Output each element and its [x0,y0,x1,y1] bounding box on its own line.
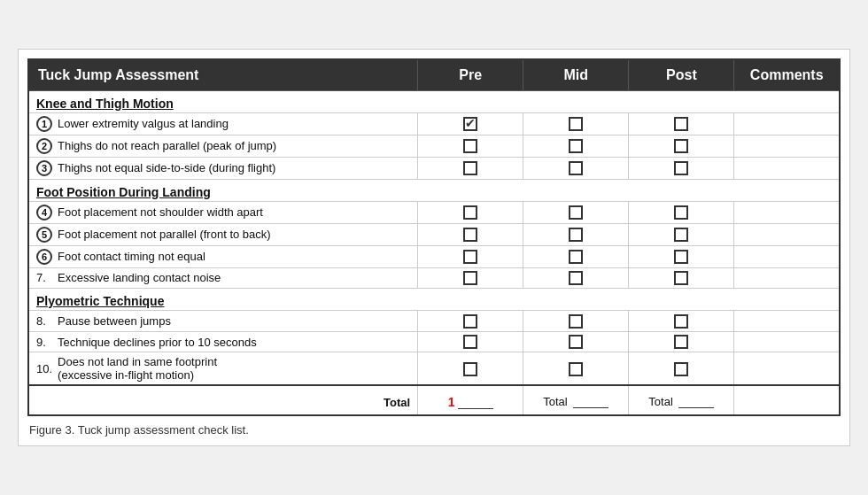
checkbox-pre-10[interactable] [418,352,523,386]
checkbox-mid-7[interactable] [523,267,629,289]
item-text-9: Technique declines prior to 10 seconds [58,336,257,349]
header-comments: Comments [734,59,840,91]
item-label-7: 7.Excessive landing contact noise [28,267,418,289]
item-label-6: 6Foot contact timing not equal [28,245,418,267]
checkbox-mid-2[interactable] [523,135,629,157]
total-row: Total1Total Total [28,385,840,415]
item-label-1: 1Lower extremity valgus at landing [28,112,418,135]
plain-num-9: 9. [36,336,52,349]
checkbox-icon-post-2 [674,139,688,153]
item-label-9: 9.Technique declines prior to 10 seconds [28,331,418,352]
total-comments [734,385,840,415]
checkbox-post-7[interactable] [629,267,734,289]
checkbox-mid-9[interactable] [523,331,629,352]
checkbox-pre-4[interactable] [418,201,523,223]
checkbox-icon-mid-5 [569,228,583,242]
table-row: 6Foot contact timing not equal [28,245,840,267]
item-text-4: Foot placement not shoulder width apart [58,205,263,219]
checkbox-pre-8[interactable] [418,311,523,332]
checkbox-mid-3[interactable] [523,157,629,179]
checkbox-icon-mid-9 [569,335,583,349]
section-label-plyometric: Plyometric Technique [28,289,840,311]
checkbox-icon-pre-7 [463,271,477,285]
header-post: Post [629,59,734,91]
comments-9 [734,331,840,352]
checkbox-icon-mid-2 [569,139,583,153]
item-text-5: Foot placement not parallel (front to ba… [58,228,271,241]
checkbox-mid-6[interactable] [523,245,629,267]
checkbox-post-1[interactable] [629,112,734,135]
circle-num-1: 1 [36,116,52,132]
plain-num-7: 7. [36,271,52,284]
total-label: Total [28,385,418,415]
checkbox-pre-2[interactable] [418,135,523,157]
item-text-10: Does not land in same footprint(excessiv… [58,355,217,382]
checkbox-pre-1[interactable] [418,112,523,135]
checkbox-mid-4[interactable] [523,201,629,223]
checkbox-mid-5[interactable] [523,223,629,245]
item-text-7: Excessive landing contact noise [58,271,221,284]
comments-1 [734,112,840,135]
table-row: 4Foot placement not shoulder width apart [28,201,840,223]
checkbox-post-10[interactable] [629,352,734,386]
item-text-2: Thighs do not reach parallel (peak of ju… [58,139,276,152]
checkbox-icon-mid-6 [569,250,583,264]
checkbox-icon-pre-3 [463,161,477,175]
checkbox-icon-post-8 [674,314,688,329]
checkbox-icon-pre-10 [463,362,477,376]
checkbox-icon-pre-6 [463,250,477,264]
section-header-knee-thigh: Knee and Thigh Motion [28,90,840,112]
header-assessment: Tuck Jump Assessment [28,59,418,91]
item-label-5: 5Foot placement not parallel (front to b… [28,223,418,245]
checkbox-pre-7[interactable] [418,267,523,289]
table-row: 5Foot placement not parallel (front to b… [28,223,840,245]
assessment-container: Tuck Jump Assessment Pre Mid Post Commen… [18,49,850,447]
checkbox-icon-mid-3 [569,161,583,175]
checkbox-pre-9[interactable] [418,331,523,352]
checkbox-icon-mid-4 [569,205,583,220]
checkbox-mid-10[interactable] [523,352,629,386]
section-label-foot-position: Foot Position During Landing [28,179,840,201]
comments-6 [734,245,840,267]
table-row: 3Thighs not equal side-to-side (during f… [28,157,840,179]
checkbox-icon-post-1 [674,117,688,131]
assessment-table: Tuck Jump Assessment Pre Mid Post Commen… [27,58,841,417]
checkbox-mid-1[interactable] [523,112,629,135]
checkbox-post-9[interactable] [629,331,734,352]
checkbox-icon-pre-5 [463,228,477,242]
checkbox-mid-8[interactable] [523,311,629,332]
checkbox-post-2[interactable] [629,135,734,157]
item-label-2: 2Thighs do not reach parallel (peak of j… [28,135,418,157]
item-label-8: 8.Pause between jumps [28,311,418,332]
mid-total-line [573,407,608,408]
plain-num-10: 10. [36,362,52,375]
checkbox-post-4[interactable] [629,201,734,223]
table-row: 1Lower extremity valgus at landing [28,112,840,135]
table-row: 9.Technique declines prior to 10 seconds [28,331,840,352]
comments-4 [734,201,840,223]
comments-10 [734,352,840,386]
item-text-6: Foot contact timing not equal [58,250,205,263]
total-pre: 1 [418,385,523,415]
total-post: Total [629,385,734,415]
item-label-3: 3Thighs not equal side-to-side (during f… [28,157,418,179]
checkbox-pre-5[interactable] [418,223,523,245]
circle-num-5: 5 [36,227,52,243]
checkbox-post-6[interactable] [629,245,734,267]
post-total-label: Total [648,395,672,408]
checkbox-post-5[interactable] [629,223,734,245]
checkbox-icon-mid-10 [569,362,583,376]
checkbox-icon-pre-4 [463,205,477,220]
checkbox-pre-3[interactable] [418,157,523,179]
comments-5 [734,223,840,245]
checkbox-icon-pre-8 [463,314,477,329]
mid-total-label: Total [543,395,567,408]
checkbox-icon-post-3 [674,161,688,175]
checkbox-icon-post-4 [674,205,688,220]
pre-total-value: 1 [448,395,455,409]
checkbox-pre-6[interactable] [418,245,523,267]
post-total-line [678,407,714,408]
checkbox-post-3[interactable] [629,157,734,179]
checkbox-icon-post-6 [674,250,688,264]
checkbox-post-8[interactable] [629,311,734,332]
